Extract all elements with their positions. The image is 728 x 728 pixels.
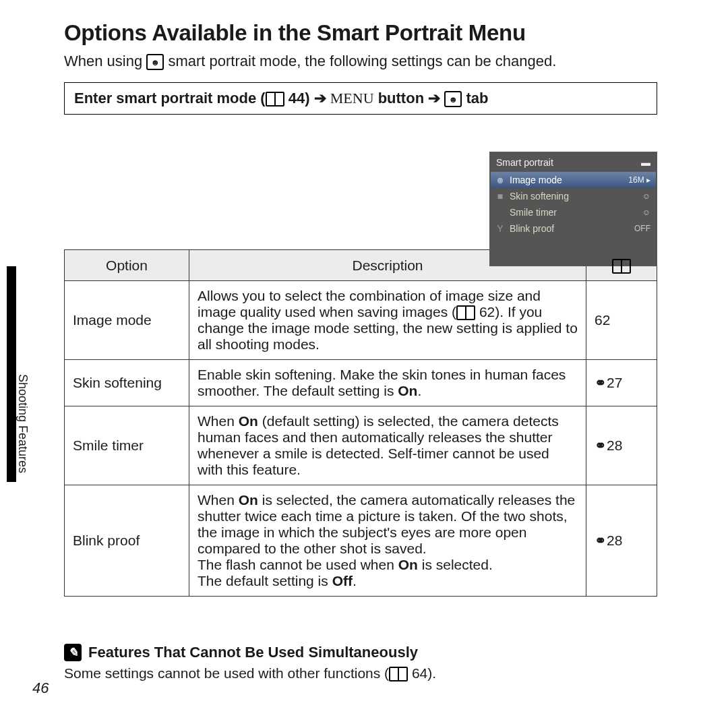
footnote: ✎ Features That Cannot Be Used Simultane…: [64, 644, 657, 681]
pencil-icon: ✎: [64, 644, 82, 661]
options-table: Option Description Image mode Allows you…: [64, 249, 657, 597]
setup-icon: Y: [493, 220, 507, 237]
battery-icon: ▬: [641, 157, 650, 168]
book-icon: [612, 259, 631, 274]
side-tab: Shooting Features: [7, 266, 32, 482]
table-row: Image mode Allows you to select the comb…: [65, 280, 657, 359]
book-icon: [456, 305, 475, 320]
book-icon: [389, 667, 408, 681]
table-row: Blink proof When On is selected, the cam…: [65, 485, 657, 597]
page-number: 46: [32, 679, 49, 697]
table-row: Smile timer When On (default setting) is…: [65, 406, 657, 485]
page-title: Options Available in the Smart Portrait …: [64, 20, 657, 46]
cam-row-blink-proof: Y Blink proofOFF: [491, 220, 656, 237]
cam-row-skin-softening: ■ Skin softening☺: [491, 188, 656, 204]
camera-menu-screenshot: Smart portrait ▬ ☻ Image mode16M ▸ ■ Ski…: [489, 152, 657, 266]
col-option: Option: [65, 250, 189, 280]
link-icon: ⚭: [595, 533, 607, 548]
book-icon: [266, 92, 284, 107]
smart-portrait-tab-icon: ☻: [444, 91, 462, 107]
navigation-path: Enter smart portrait mode ( 44) ➔ MENU b…: [64, 82, 657, 115]
intro-text: When using ☻ smart portrait mode, the fo…: [64, 53, 657, 70]
cam-title: Smart portrait: [496, 157, 553, 168]
link-icon: ⚭: [595, 375, 607, 390]
smart-portrait-icon: ☻: [146, 54, 164, 70]
smart-portrait-icon: ☻: [493, 172, 507, 188]
note-title: Features That Cannot Be Used Simultaneou…: [88, 644, 418, 661]
section-label: Shooting Features: [16, 374, 30, 473]
link-icon: ⚭: [595, 437, 607, 453]
shoot-icon: ■: [493, 188, 507, 204]
table-row: Skin softening Enable skin softening. Ma…: [65, 360, 657, 406]
cam-row-smile-timer: Smile timer☺: [491, 204, 656, 220]
cam-row-image-mode: ☻ Image mode16M ▸: [491, 172, 656, 188]
